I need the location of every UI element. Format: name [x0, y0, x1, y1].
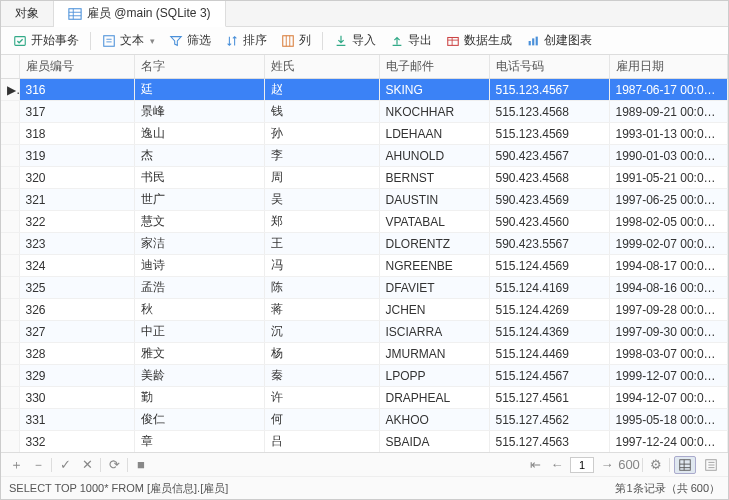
next-page-button[interactable]: → [598, 456, 616, 474]
create-chart-button[interactable]: 创建图表 [520, 29, 598, 52]
cell[interactable]: 章 [134, 431, 264, 453]
cell[interactable]: 323 [19, 233, 134, 255]
columns-button[interactable]: 列 [275, 29, 317, 52]
table-row[interactable]: 319杰李AHUNOLD590.423.45671990-01-03 00:00… [1, 145, 728, 167]
table-row[interactable]: 324迪诗冯NGREENBE515.124.45691994-08-17 00:… [1, 255, 728, 277]
data-grid[interactable]: 雇员编号名字姓氏电子邮件电话号码雇用日期 ▶316廷赵SKING515.123.… [1, 55, 728, 452]
row-header[interactable] [1, 211, 19, 233]
stop-button[interactable]: ■ [132, 456, 150, 474]
cell[interactable]: 590.423.5567 [489, 233, 609, 255]
cell[interactable]: 590.423.4560 [489, 211, 609, 233]
cell[interactable]: 许 [264, 387, 379, 409]
cell[interactable]: 1987-06-17 00:00:00 [609, 79, 728, 101]
cell[interactable]: SKING [379, 79, 489, 101]
row-header[interactable] [1, 189, 19, 211]
cell[interactable]: 515.123.4568 [489, 101, 609, 123]
cell[interactable]: 书民 [134, 167, 264, 189]
cell[interactable]: 沉 [264, 321, 379, 343]
cell[interactable]: ISCIARRA [379, 321, 489, 343]
cell[interactable]: DRAPHEAL [379, 387, 489, 409]
tab-table[interactable]: 雇员 @main (SQLite 3) [54, 1, 226, 27]
row-header[interactable]: ▶ [1, 79, 19, 101]
cell[interactable]: 家洁 [134, 233, 264, 255]
table-row[interactable]: 323家洁王DLORENTZ590.423.55671999-02-07 00:… [1, 233, 728, 255]
cell[interactable]: 秦 [264, 365, 379, 387]
cell[interactable]: DLORENTZ [379, 233, 489, 255]
cell[interactable]: SBAIDA [379, 431, 489, 453]
cell[interactable]: 325 [19, 277, 134, 299]
cell[interactable]: 1993-01-13 00:00:00 [609, 123, 728, 145]
cell[interactable]: 515.124.4469 [489, 343, 609, 365]
column-header[interactable]: 电话号码 [489, 55, 609, 79]
cell[interactable]: 1989-09-21 00:00:00 [609, 101, 728, 123]
apply-button[interactable]: ✓ [56, 456, 74, 474]
cell[interactable]: 590.423.4567 [489, 145, 609, 167]
table-row[interactable]: 320书民周BERNST590.423.45681991-05-21 00:00… [1, 167, 728, 189]
tab-objects[interactable]: 对象 [1, 1, 54, 26]
table-row[interactable]: 327中正沉ISCIARRA515.124.43691997-09-30 00:… [1, 321, 728, 343]
column-header[interactable]: 雇用日期 [609, 55, 728, 79]
cell[interactable]: 廷 [134, 79, 264, 101]
cell[interactable]: 515.127.4561 [489, 387, 609, 409]
row-header[interactable] [1, 277, 19, 299]
cell[interactable]: 蒋 [264, 299, 379, 321]
table-row[interactable]: 330勤许DRAPHEAL515.127.45611994-12-07 00:0… [1, 387, 728, 409]
cell[interactable]: DFAVIET [379, 277, 489, 299]
cell[interactable]: 515.124.4369 [489, 321, 609, 343]
cell[interactable]: AKHOO [379, 409, 489, 431]
prev-page-button[interactable]: ← [548, 456, 566, 474]
row-header[interactable] [1, 387, 19, 409]
cell[interactable]: 515.127.4562 [489, 409, 609, 431]
cell[interactable]: 逸山 [134, 123, 264, 145]
delete-row-button[interactable]: － [29, 456, 47, 474]
cell[interactable]: 331 [19, 409, 134, 431]
row-header[interactable] [1, 321, 19, 343]
cell[interactable]: 320 [19, 167, 134, 189]
cell[interactable]: 吕 [264, 431, 379, 453]
cell[interactable]: 1994-08-17 00:00:00 [609, 255, 728, 277]
cell[interactable]: 陈 [264, 277, 379, 299]
cell[interactable]: 1999-02-07 00:00:00 [609, 233, 728, 255]
first-page-button[interactable]: ⇤ [526, 456, 544, 474]
cell[interactable]: 赵 [264, 79, 379, 101]
export-button[interactable]: 导出 [384, 29, 438, 52]
cell[interactable]: 1994-08-16 00:00:00 [609, 277, 728, 299]
cell[interactable]: 1997-09-28 00:00:00 [609, 299, 728, 321]
cell[interactable]: 515.123.4567 [489, 79, 609, 101]
cell[interactable]: 328 [19, 343, 134, 365]
cell[interactable]: 515.123.4569 [489, 123, 609, 145]
page-input[interactable] [570, 457, 594, 473]
cell[interactable]: 勤 [134, 387, 264, 409]
generate-data-button[interactable]: 数据生成 [440, 29, 518, 52]
filter-button[interactable]: 筛选 [163, 29, 217, 52]
table-row[interactable]: ▶316廷赵SKING515.123.45671987-06-17 00:00:… [1, 79, 728, 101]
cell[interactable]: 590.423.4569 [489, 189, 609, 211]
row-header[interactable] [1, 101, 19, 123]
refresh-button[interactable]: ⟳ [105, 456, 123, 474]
cell[interactable]: 1997-12-24 00:00:00 [609, 431, 728, 453]
settings-button[interactable]: ⚙ [647, 456, 665, 474]
row-header-corner[interactable] [1, 55, 19, 79]
cell[interactable]: 美龄 [134, 365, 264, 387]
cell[interactable]: 迪诗 [134, 255, 264, 277]
table-row[interactable]: 318逸山孙LDEHAAN515.123.45691993-01-13 00:0… [1, 123, 728, 145]
cell[interactable]: 郑 [264, 211, 379, 233]
cell[interactable]: 杰 [134, 145, 264, 167]
row-header[interactable] [1, 255, 19, 277]
cell[interactable]: AHUNOLD [379, 145, 489, 167]
cell[interactable]: 515.124.4567 [489, 365, 609, 387]
row-header[interactable] [1, 365, 19, 387]
cell[interactable]: 329 [19, 365, 134, 387]
begin-transaction-button[interactable]: 开始事务 [7, 29, 85, 52]
cell[interactable]: 1997-09-30 00:00:00 [609, 321, 728, 343]
cell[interactable]: BERNST [379, 167, 489, 189]
cell[interactable]: 吴 [264, 189, 379, 211]
table-row[interactable]: 325孟浩陈DFAVIET515.124.41691994-08-16 00:0… [1, 277, 728, 299]
cell[interactable]: 俊仁 [134, 409, 264, 431]
cell[interactable]: VPATABAL [379, 211, 489, 233]
cell[interactable]: 515.124.4169 [489, 277, 609, 299]
cell[interactable]: NKOCHHAR [379, 101, 489, 123]
cell[interactable]: 515.124.4269 [489, 299, 609, 321]
form-view-button[interactable] [700, 456, 722, 474]
cell[interactable]: 1998-02-05 00:00:00 [609, 211, 728, 233]
